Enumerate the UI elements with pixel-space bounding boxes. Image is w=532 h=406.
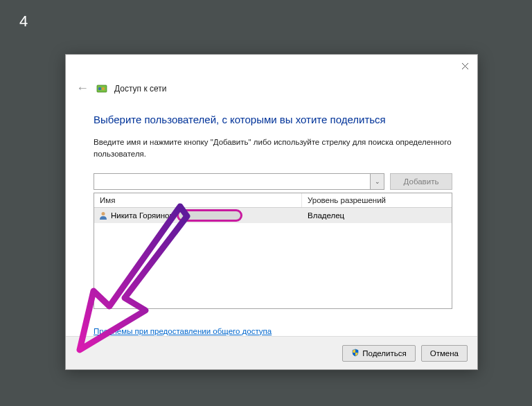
network-access-dialog: ← Доступ к сети Выберите пользователей, …	[65, 54, 478, 370]
share-button-label: Поделиться	[362, 349, 407, 358]
step-number: 4	[19, 12, 28, 30]
user-combobox[interactable]: ⌄	[94, 173, 384, 190]
cancel-button[interactable]: Отмена	[421, 345, 468, 362]
svg-point-5	[102, 212, 105, 215]
instructions-text: Введите имя и нажмите кнопку "Добавить" …	[94, 136, 452, 161]
shield-icon	[351, 348, 360, 358]
close-button[interactable]	[458, 59, 472, 73]
users-table: Имя Уровень разрешений Никита Горяинов В…	[94, 193, 452, 309]
user-name-text: Никита Горяинов	[111, 211, 174, 220]
svg-point-4	[102, 87, 105, 89]
dialog-footer: Поделиться Отмена	[66, 336, 477, 369]
add-button: Добавить	[390, 173, 452, 190]
titlebar	[66, 55, 477, 76]
cell-name: Никита Горяинов	[94, 208, 302, 223]
user-name-input[interactable]	[94, 174, 370, 189]
close-icon	[461, 62, 469, 70]
dialog-content: Выберите пользователей, с которыми вы хо…	[66, 100, 477, 346]
table-header: Имя Уровень разрешений	[94, 193, 452, 208]
dialog-title: Доступ к сети	[114, 84, 166, 94]
svg-point-3	[98, 87, 101, 89]
user-input-row: ⌄ Добавить	[94, 173, 452, 190]
content-heading: Выберите пользователей, с которыми вы хо…	[94, 114, 452, 125]
share-button[interactable]: Поделиться	[342, 345, 416, 362]
header-row: ← Доступ к сети	[66, 76, 477, 100]
cell-permission: Владелец	[302, 210, 452, 221]
dropdown-arrow-icon[interactable]: ⌄	[370, 174, 384, 189]
back-arrow-icon[interactable]: ←	[76, 81, 89, 96]
redacted-highlight	[177, 209, 242, 222]
table-row[interactable]: Никита Горяинов Владелец	[94, 208, 452, 223]
column-header-name[interactable]: Имя	[94, 193, 302, 207]
network-share-icon	[96, 83, 107, 94]
column-header-permission[interactable]: Уровень разрешений	[302, 193, 452, 207]
user-icon	[98, 211, 108, 220]
help-link[interactable]: Проблемы при предоставлении общего досту…	[94, 327, 272, 335]
